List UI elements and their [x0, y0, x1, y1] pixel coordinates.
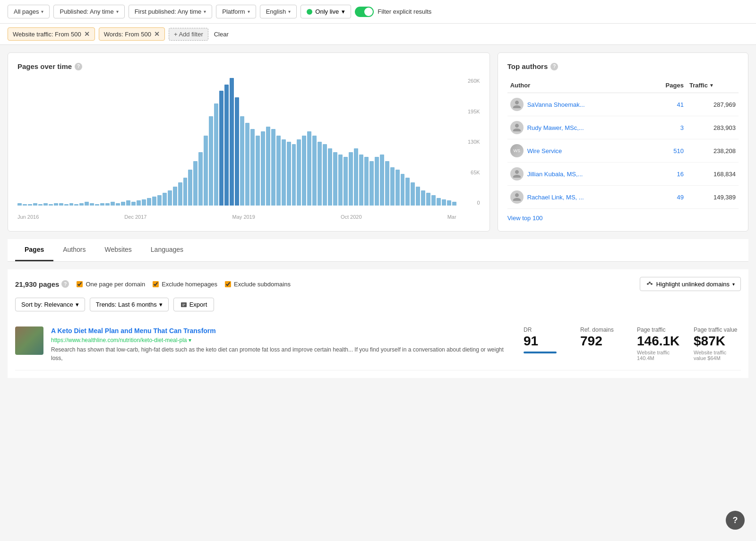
- chart-bar: [79, 203, 84, 206]
- live-status-icon: [307, 9, 312, 15]
- dr-bar: [524, 352, 557, 353]
- result-title[interactable]: A Keto Diet Meal Plan and Menu That Can …: [51, 326, 516, 336]
- exclude-homepages-checkbox[interactable]: Exclude homepages: [153, 281, 217, 288]
- one-per-domain-checkbox[interactable]: One page per domain: [77, 281, 145, 288]
- traffic-sort-button[interactable]: Traffic ▼: [689, 82, 736, 89]
- view-top-100-link[interactable]: View top 100: [507, 215, 543, 222]
- page-traffic-metric: Page traffic 146.1K Website traffic140.4…: [637, 326, 684, 361]
- language-filter[interactable]: English ▾: [260, 5, 297, 18]
- chart-bar: [312, 136, 317, 206]
- chart-bar: [447, 200, 451, 206]
- chart-bar: [43, 203, 48, 206]
- chart-bar: [74, 204, 78, 206]
- chart-bar: [54, 203, 58, 206]
- chart-bar: [28, 204, 32, 206]
- platform-filter[interactable]: Platform ▾: [216, 5, 256, 18]
- author-name-cell: SaVanna Shoemak...: [507, 93, 646, 116]
- sort-by-button[interactable]: Sort by: Relevance ▾: [15, 298, 85, 311]
- traffic-col-header[interactable]: Traffic ▼: [687, 78, 739, 93]
- chevron-down-icon: ▾: [204, 9, 206, 14]
- chart-bar: [23, 204, 27, 206]
- chart-bar: [240, 116, 244, 206]
- authors-help-icon[interactable]: ?: [550, 63, 558, 70]
- results-help-icon[interactable]: ?: [61, 280, 69, 288]
- chart-bar: [152, 197, 156, 206]
- chart-bar: [271, 129, 275, 206]
- exclude-subdomains-checkbox[interactable]: Exclude subdomains: [225, 281, 291, 288]
- chart-bar: [17, 203, 22, 206]
- chart-bar: [282, 139, 286, 206]
- author-traffic: 283,903: [687, 116, 739, 139]
- chart-bar: [245, 123, 249, 206]
- remove-traffic-filter[interactable]: ✕: [84, 30, 90, 38]
- result-metrics: DR 91 Ref. domains 792 Page traffic 146.…: [524, 326, 741, 361]
- chart-bar: [369, 161, 374, 206]
- author-link[interactable]: Rudy Mawer, MSc,...: [527, 124, 584, 131]
- chart-bar: [416, 187, 420, 206]
- chevron-down-icon: ▾: [732, 282, 735, 287]
- chart-bar: [323, 144, 327, 206]
- author-name-cell: Jillian Kubala, MS,...: [507, 163, 646, 186]
- author-avatar: [510, 98, 524, 111]
- chart-bar: [116, 203, 120, 206]
- chart-bar: [219, 91, 223, 206]
- tab-authors[interactable]: Authors: [53, 239, 95, 261]
- author-link[interactable]: Wire Service: [527, 147, 562, 155]
- tabs-section: Pages Authors Websites Languages: [8, 239, 748, 262]
- remove-words-filter[interactable]: ✕: [154, 30, 160, 38]
- all-pages-filter[interactable]: All pages ▾: [8, 5, 50, 18]
- chart-bar: [421, 190, 425, 206]
- chart-bar: [142, 199, 146, 206]
- chart-bar: [95, 204, 99, 206]
- chart-bar: [137, 200, 141, 206]
- author-link[interactable]: Rachael Link, MS, ...: [527, 194, 584, 201]
- author-col-header: Author: [507, 78, 646, 93]
- dropdown-icon[interactable]: ▾: [189, 337, 191, 343]
- traffic-filter-tag: Website traffic: From 500 ✕: [8, 27, 95, 41]
- author-cell: WS Wire Service: [510, 144, 643, 157]
- chart-bar: [256, 136, 260, 206]
- chart-bar: [349, 152, 353, 206]
- published-filter[interactable]: Published: Any time ▾: [53, 5, 124, 18]
- explicit-toggle[interactable]: [355, 7, 374, 17]
- tab-pages[interactable]: Pages: [15, 239, 53, 261]
- chart-bar: [163, 193, 167, 206]
- results-header: 21,930 pages ? One page per domain Exclu…: [15, 277, 741, 291]
- top-authors-card: Top authors ? Author Pages Traffic ▼: [498, 52, 748, 232]
- tab-websites[interactable]: Websites: [95, 239, 141, 261]
- chart-bar: [333, 152, 337, 206]
- highlight-icon: [646, 280, 653, 288]
- tab-languages[interactable]: Languages: [141, 239, 193, 261]
- chart-bar: [292, 144, 296, 206]
- pages-col-header: Pages: [645, 78, 687, 93]
- add-filter-button[interactable]: + Add filter: [169, 28, 208, 41]
- page-traffic-value-metric: Page traffic value $87K Website trafficv…: [694, 326, 741, 361]
- author-pages: 49: [645, 186, 687, 209]
- highlight-unlinked-button[interactable]: Highlight unlinked domains ▾: [640, 277, 741, 291]
- results-count: 21,930 pages ?: [15, 280, 69, 288]
- result-url[interactable]: https://www.healthline.com/nutrition/ket…: [51, 337, 516, 343]
- export-button[interactable]: Export: [173, 298, 215, 311]
- trends-button[interactable]: Trends: Last 6 months ▾: [90, 298, 169, 311]
- author-cell: Jillian Kubala, MS,...: [510, 167, 643, 180]
- authors-title: Top authors ?: [507, 62, 739, 70]
- authors-table: Author Pages Traffic ▼: [507, 78, 739, 209]
- chart-bar: [59, 203, 63, 206]
- author-cell: Rachael Link, MS, ...: [510, 190, 643, 204]
- chart-bar: [147, 198, 151, 206]
- chart-bar: [198, 152, 203, 206]
- author-row: Rudy Mawer, MSc,... 3 283,903: [507, 116, 739, 139]
- chart-bar: [344, 157, 348, 206]
- chart-help-icon[interactable]: ?: [75, 63, 82, 70]
- clear-filters-button[interactable]: Clear: [214, 31, 229, 38]
- result-item: A Keto Diet Meal Plan and Menu That Can …: [15, 319, 741, 370]
- author-link[interactable]: SaVanna Shoemak...: [527, 101, 585, 108]
- author-link[interactable]: Jillian Kubala, MS,...: [527, 171, 583, 178]
- export-icon: [180, 301, 187, 308]
- first-published-filter[interactable]: First published: Any time ▾: [129, 5, 213, 18]
- chart-bar: [302, 136, 306, 206]
- x-axis: Jun 2016 Dec 2017 May 2019 Oct 2020 Mar: [17, 214, 456, 220]
- author-traffic: 168,834: [687, 163, 739, 186]
- chevron-down-icon: ▾: [342, 8, 345, 15]
- only-live-filter[interactable]: Only live ▾: [301, 5, 351, 18]
